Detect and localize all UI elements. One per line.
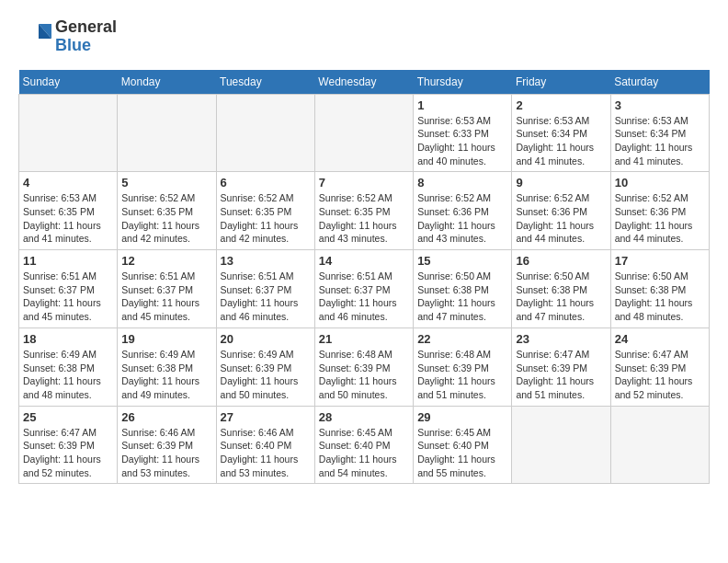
week-row-5: 25Sunrise: 6:47 AMSunset: 6:39 PMDayligh… — [19, 406, 710, 484]
day-number: 7 — [319, 176, 409, 190]
day-number: 5 — [121, 176, 211, 190]
day-info: Sunrise: 6:47 AMSunset: 6:39 PMDaylight:… — [23, 426, 113, 480]
day-number: 10 — [615, 176, 705, 190]
day-cell: 28Sunrise: 6:45 AMSunset: 6:40 PMDayligh… — [314, 406, 413, 484]
col-header-saturday: Saturday — [610, 70, 709, 95]
day-cell: 12Sunrise: 6:51 AMSunset: 6:37 PMDayligh… — [118, 250, 216, 328]
logo-general: General — [55, 17, 117, 36]
day-cell: 5Sunrise: 6:52 AMSunset: 6:35 PMDaylight… — [118, 172, 216, 250]
day-number: 27 — [221, 410, 311, 424]
col-header-wednesday: Wednesday — [314, 70, 413, 95]
day-number: 25 — [23, 410, 113, 424]
day-cell: 17Sunrise: 6:50 AMSunset: 6:38 PMDayligh… — [610, 250, 709, 328]
day-info: Sunrise: 6:46 AMSunset: 6:40 PMDaylight:… — [221, 426, 311, 480]
day-number: 3 — [615, 98, 705, 112]
day-cell: 25Sunrise: 6:47 AMSunset: 6:39 PMDayligh… — [19, 406, 118, 484]
day-info: Sunrise: 6:48 AMSunset: 6:39 PMDaylight:… — [417, 348, 507, 402]
day-number: 1 — [417, 98, 507, 112]
day-number: 20 — [221, 332, 311, 346]
day-number: 15 — [417, 254, 507, 268]
day-number: 22 — [417, 332, 507, 346]
day-info: Sunrise: 6:51 AMSunset: 6:37 PMDaylight:… — [23, 270, 113, 324]
day-info: Sunrise: 6:52 AMSunset: 6:35 PMDaylight:… — [121, 191, 211, 246]
day-info: Sunrise: 6:49 AMSunset: 6:39 PMDaylight:… — [221, 348, 311, 402]
day-cell: 20Sunrise: 6:49 AMSunset: 6:39 PMDayligh… — [216, 327, 314, 406]
day-number: 9 — [516, 176, 606, 190]
calendar-header-row: SundayMondayTuesdayWednesdayThursdayFrid… — [19, 70, 710, 95]
day-cell: 29Sunrise: 6:45 AMSunset: 6:40 PMDayligh… — [414, 406, 512, 484]
day-info: Sunrise: 6:50 AMSunset: 6:38 PMDaylight:… — [516, 270, 606, 324]
day-info: Sunrise: 6:46 AMSunset: 6:39 PMDaylight:… — [121, 426, 211, 480]
week-row-1: 1Sunrise: 6:53 AMSunset: 6:33 PMDaylight… — [19, 94, 710, 172]
logo-icon — [18, 20, 51, 53]
day-cell — [610, 406, 709, 484]
day-number: 23 — [516, 332, 606, 346]
day-cell: 2Sunrise: 6:53 AMSunset: 6:34 PMDaylight… — [512, 94, 610, 172]
day-cell: 11Sunrise: 6:51 AMSunset: 6:37 PMDayligh… — [19, 250, 118, 328]
week-row-4: 18Sunrise: 6:49 AMSunset: 6:38 PMDayligh… — [19, 327, 710, 406]
day-info: Sunrise: 6:53 AMSunset: 6:35 PMDaylight:… — [23, 191, 113, 246]
day-info: Sunrise: 6:45 AMSunset: 6:40 PMDaylight:… — [319, 426, 409, 480]
day-number: 26 — [121, 410, 211, 424]
day-cell: 6Sunrise: 6:52 AMSunset: 6:35 PMDaylight… — [216, 172, 314, 250]
day-number: 12 — [121, 254, 211, 268]
week-row-2: 4Sunrise: 6:53 AMSunset: 6:35 PMDaylight… — [19, 172, 710, 250]
day-cell: 19Sunrise: 6:49 AMSunset: 6:38 PMDayligh… — [118, 327, 216, 406]
day-info: Sunrise: 6:51 AMSunset: 6:37 PMDaylight:… — [319, 270, 409, 324]
day-info: Sunrise: 6:53 AMSunset: 6:34 PMDaylight:… — [615, 114, 705, 168]
day-number: 17 — [615, 254, 705, 268]
day-cell: 9Sunrise: 6:52 AMSunset: 6:36 PMDaylight… — [512, 172, 610, 250]
day-number: 19 — [121, 332, 211, 346]
day-info: Sunrise: 6:52 AMSunset: 6:35 PMDaylight:… — [221, 191, 311, 246]
day-cell: 18Sunrise: 6:49 AMSunset: 6:38 PMDayligh… — [19, 327, 118, 406]
day-info: Sunrise: 6:52 AMSunset: 6:36 PMDaylight:… — [615, 191, 705, 246]
col-header-monday: Monday — [118, 70, 216, 95]
day-info: Sunrise: 6:50 AMSunset: 6:38 PMDaylight:… — [417, 270, 507, 324]
day-cell: 24Sunrise: 6:47 AMSunset: 6:39 PMDayligh… — [610, 327, 709, 406]
day-cell: 16Sunrise: 6:50 AMSunset: 6:38 PMDayligh… — [512, 250, 610, 328]
day-number: 4 — [23, 176, 113, 190]
day-cell: 22Sunrise: 6:48 AMSunset: 6:39 PMDayligh… — [414, 327, 512, 406]
day-info: Sunrise: 6:45 AMSunset: 6:40 PMDaylight:… — [417, 426, 507, 480]
day-number: 24 — [615, 332, 705, 346]
day-cell: 4Sunrise: 6:53 AMSunset: 6:35 PMDaylight… — [19, 172, 118, 250]
day-cell: 27Sunrise: 6:46 AMSunset: 6:40 PMDayligh… — [216, 406, 314, 484]
col-header-friday: Friday — [512, 70, 610, 95]
day-info: Sunrise: 6:51 AMSunset: 6:37 PMDaylight:… — [221, 270, 311, 324]
day-number: 13 — [221, 254, 311, 268]
col-header-tuesday: Tuesday — [216, 70, 314, 95]
day-info: Sunrise: 6:47 AMSunset: 6:39 PMDaylight:… — [615, 348, 705, 402]
calendar-table: SundayMondayTuesdayWednesdayThursdayFrid… — [18, 70, 710, 485]
day-cell — [314, 94, 413, 172]
day-info: Sunrise: 6:53 AMSunset: 6:33 PMDaylight:… — [417, 114, 507, 168]
day-info: Sunrise: 6:49 AMSunset: 6:38 PMDaylight:… — [23, 348, 113, 402]
day-info: Sunrise: 6:51 AMSunset: 6:37 PMDaylight:… — [121, 270, 211, 324]
day-cell — [118, 94, 216, 172]
logo-blue: Blue — [55, 36, 91, 54]
day-number: 6 — [221, 176, 311, 190]
day-number: 16 — [516, 254, 606, 268]
day-cell — [216, 94, 314, 172]
day-info: Sunrise: 6:48 AMSunset: 6:39 PMDaylight:… — [319, 348, 409, 402]
day-number: 18 — [23, 332, 113, 346]
col-header-thursday: Thursday — [414, 70, 512, 95]
day-info: Sunrise: 6:50 AMSunset: 6:38 PMDaylight:… — [615, 270, 705, 324]
day-number: 29 — [417, 410, 507, 424]
day-number: 28 — [319, 410, 409, 424]
day-cell: 23Sunrise: 6:47 AMSunset: 6:39 PMDayligh… — [512, 327, 610, 406]
col-header-sunday: Sunday — [19, 70, 118, 95]
day-cell — [512, 406, 610, 484]
logo: General Blue — [18, 18, 117, 55]
day-cell: 8Sunrise: 6:52 AMSunset: 6:36 PMDaylight… — [414, 172, 512, 250]
day-info: Sunrise: 6:52 AMSunset: 6:35 PMDaylight:… — [319, 191, 409, 246]
day-info: Sunrise: 6:49 AMSunset: 6:38 PMDaylight:… — [121, 348, 211, 402]
day-cell: 13Sunrise: 6:51 AMSunset: 6:37 PMDayligh… — [216, 250, 314, 328]
day-number: 14 — [319, 254, 409, 268]
day-cell: 21Sunrise: 6:48 AMSunset: 6:39 PMDayligh… — [314, 327, 413, 406]
logo-text: General Blue — [55, 18, 117, 55]
day-number: 2 — [516, 98, 606, 112]
day-cell: 26Sunrise: 6:46 AMSunset: 6:39 PMDayligh… — [118, 406, 216, 484]
day-number: 8 — [417, 176, 507, 190]
page-header: General Blue — [18, 18, 710, 55]
day-cell: 1Sunrise: 6:53 AMSunset: 6:33 PMDaylight… — [414, 94, 512, 172]
